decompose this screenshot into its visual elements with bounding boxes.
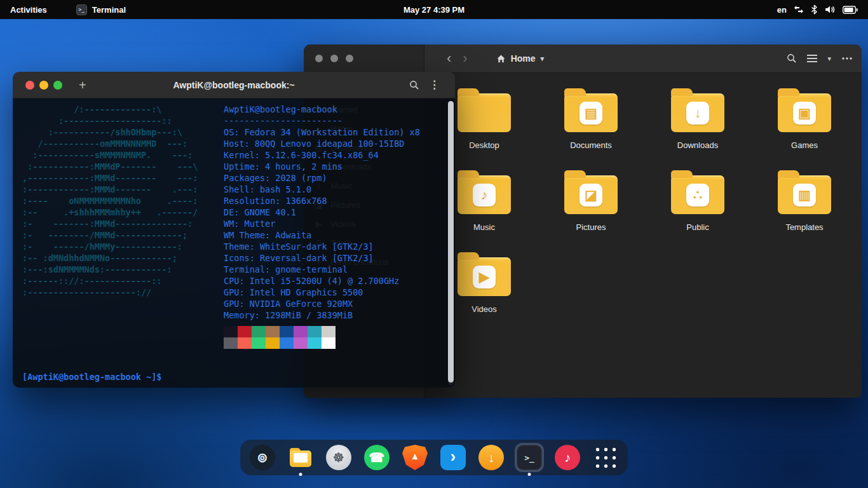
back-button[interactable]: ‹ [441,51,457,65]
brave-symbol: ▲ [410,451,420,461]
file-tile-templates[interactable]: ▥Templates [754,164,855,246]
palette-row-1 [224,326,420,337]
palette-swatch [322,337,336,349]
maximize-button[interactable] [346,55,353,62]
neofetch-info: AwptiK@bootleg-macbook -----------------… [224,104,420,321]
palette-swatch [322,326,336,337]
file-label: Pictures [576,222,606,232]
system-status-area[interactable]: en [772,0,863,19]
file-tile-public[interactable]: ∴Public [647,164,749,246]
view-options-chevron-icon[interactable]: ▾ [827,55,831,63]
terminal-search-button[interactable] [409,72,419,98]
terminal-glyph: >_ [517,445,542,470]
focused-app-label: Terminal [92,5,126,15]
battery-icon [843,6,858,14]
palette-swatch [280,337,294,349]
forward-button[interactable]: › [457,51,473,65]
activities-button[interactable]: Activities [0,0,57,19]
close-button[interactable] [315,55,323,62]
palette-swatch [266,337,280,349]
folder-icon: ◪ [564,175,618,214]
file-label: Public [686,222,709,232]
palette-swatch [224,337,238,349]
folder-emblem-videos-icon: ▶ [473,266,496,288]
focused-app-menu[interactable]: >_ Terminal [71,0,131,19]
dock-brave-icon[interactable]: ▲ [400,443,430,472]
folder-emblem-public-icon: ∴ [686,184,709,207]
palette-swatch [308,337,322,349]
vscode-glyph: › [440,445,466,470]
keyboard-layout[interactable]: en [777,5,787,15]
dock-files-icon[interactable] [286,443,315,472]
files-toolbar: ‹ › Home ▾ ▾ [424,44,862,72]
dock-steam-icon[interactable]: ⊚ [248,443,277,472]
whatsapp-symbol: ☎ [369,450,385,465]
dock-vscode-icon[interactable]: › [438,443,468,472]
desktop: ‹ › Home ▾ ▾ ◷Recent★Starred⌂Home▤Docume… [0,0,868,488]
network-icon [794,4,804,15]
terminal-symbol: >_ [524,453,534,463]
folder-icon: ↓ [671,93,724,132]
dock-app-grid-icon[interactable] [591,443,620,472]
toolbar-right: ▾ [787,53,853,64]
search-icon [409,80,419,90]
dock-settings-icon[interactable]: ☸ [324,443,353,472]
tiktok-symbol: ♪ [564,451,571,465]
neofetch-column: AwptiK@bootleg-macbook -----------------… [224,104,420,349]
terminal-header: + AwptiK@bootleg-macbook:~ ⋮ [13,72,455,98]
folder-icon: ▣ [778,93,831,132]
files-grid: Desktop▤Documents↓Downloads▣Games♪Music◪… [433,82,855,328]
palette-swatch [252,337,266,349]
folder-icon: ∴ [671,175,724,214]
folder-emblem-downloads-icon: ↓ [686,102,709,125]
new-tab-button[interactable]: + [79,79,86,92]
terminal-menu-button[interactable]: ⋮ [429,72,440,98]
clock[interactable]: May 27 4:39 PM [397,0,471,19]
running-indicator [299,473,302,476]
palette-swatch [280,326,294,337]
folder-icon: ♪ [458,175,511,214]
file-tile-documents[interactable]: ▤Documents [540,82,642,164]
palette-swatch [252,326,266,337]
scrollbar-thumb[interactable] [448,101,454,383]
dock-whatsapp-icon[interactable]: ☎ [362,443,391,472]
palette-swatch [294,337,308,349]
minimize-button[interactable] [39,81,48,90]
folder-emblem-music-icon: ♪ [473,184,496,207]
palette-row-2 [224,337,420,349]
terminal-color-palette [224,326,420,349]
dock-tiktok-icon[interactable]: ♪ [553,443,582,472]
volume-icon [825,5,836,14]
file-tile-games[interactable]: ▣Games [754,82,855,164]
palette-swatch [238,337,252,349]
bluetooth-icon [811,4,818,15]
palette-swatch [238,326,252,337]
home-icon [496,54,506,64]
folder-icon: ▥ [778,175,831,214]
dock-downloader-icon[interactable]: ↓ [477,443,506,472]
file-label: Desktop [469,140,499,150]
shell-prompt: [AwptiK@bootleg-macbook ~]$ [22,371,161,383]
downloader-symbol: ↓ [488,451,494,465]
palette-swatch [224,326,238,337]
menu-dots-icon[interactable] [841,57,853,60]
terminal-scrollbar[interactable] [448,101,454,385]
file-label: Downloads [677,140,718,150]
search-icon[interactable] [787,53,797,64]
close-button[interactable] [25,81,34,90]
maximize-button[interactable] [53,81,62,90]
files-glyph [288,445,313,470]
folder-icon [458,93,511,132]
list-view-icon[interactable] [807,54,817,63]
neofetch-ascii: /:-------------:\ :-------------------::… [22,104,198,298]
minimize-button[interactable] [330,55,338,62]
file-tile-downloads[interactable]: ↓Downloads [647,82,749,164]
settings-symbol: ☸ [333,450,344,465]
dock-terminal-icon[interactable]: >_ [515,443,544,472]
folder-emblem-templates-icon: ▥ [793,184,816,207]
location-button[interactable]: Home ▾ [489,50,552,67]
folder-emblem-games-icon: ▣ [793,102,816,125]
terminal-viewport[interactable]: /:-------------:\ :-------------------::… [13,98,455,388]
terminal-window: + AwptiK@bootleg-macbook:~ ⋮ /:---------… [13,72,455,388]
file-tile-pictures[interactable]: ◪Pictures [540,164,642,246]
